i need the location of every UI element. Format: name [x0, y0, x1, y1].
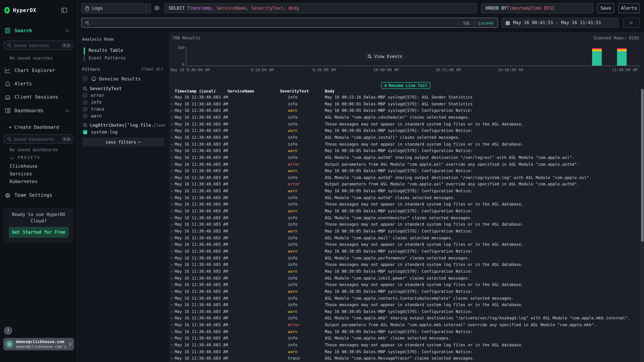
row-expand-icon[interactable]: > [171, 275, 173, 282]
table-row[interactable]: >May 16 11:38:40.683 AMinfoMay 16 00:06:… [169, 101, 641, 107]
row-expand-icon[interactable]: > [171, 268, 173, 275]
row-expand-icon[interactable]: > [171, 114, 173, 121]
row-expand-icon[interactable]: > [171, 195, 173, 201]
table-row[interactable]: >May 16 11:38:40.683 AMinfoThose message… [169, 262, 641, 268]
row-expand-icon[interactable]: > [171, 168, 173, 174]
sidebar-item-search[interactable]: Search [14, 28, 32, 33]
table-row[interactable]: >May 16 11:38:40.683 AMinfoASL Module "c… [169, 154, 641, 161]
clear-group-button[interactable]: Clear [154, 123, 166, 127]
search-query-input[interactable]: * SQL | Lucene [81, 18, 498, 28]
table-row[interactable]: >May 16 11:38:40.683 AMinfoThose message… [169, 221, 641, 228]
table-row[interactable]: >May 16 11:38:40.683 AMwarnMay 16 00:30:… [169, 168, 641, 174]
sidebar-item-chart-explorer[interactable]: Chart Explorer [14, 67, 55, 73]
column-header-body[interactable]: Body [325, 89, 334, 93]
filter-option-warn[interactable]: warn [91, 113, 102, 119]
table-row[interactable]: >May 16 11:38:40.683 AMwarnMay 16 00:30:… [169, 228, 641, 235]
table-row[interactable]: >May 16 11:38:40.683 AMwarnMay 16 00:30:… [169, 188, 641, 195]
row-expand-icon[interactable]: > [171, 322, 173, 329]
filter-option-trace[interactable]: trace [91, 107, 104, 112]
row-expand-icon[interactable]: > [171, 295, 173, 302]
save-button[interactable]: Save [597, 3, 614, 13]
chevron-down-icon[interactable] [10, 156, 14, 160]
table-row[interactable]: >May 16 11:38:40.683 AMinfoASL Module "c… [169, 195, 641, 201]
resume-live-tail-button[interactable]: Resume Live Tail [381, 82, 430, 89]
table-row[interactable]: >May 16 11:38:40.683 AMwarnMay 16 00:30:… [169, 329, 641, 335]
table-row[interactable]: >May 16 11:38:40.683 AMwarnMay 16 00:30:… [169, 208, 641, 215]
run-query-button[interactable]: ▷ [623, 18, 640, 28]
histogram-bar[interactable] [592, 48, 602, 65]
column-separator[interactable]: ⋮ [275, 89, 278, 93]
row-expand-icon[interactable]: > [171, 128, 173, 134]
order-by-editor[interactable]: ORDER BY TimestampTime DESC [481, 3, 593, 13]
filter-checkbox-warn[interactable] [83, 114, 87, 118]
table-row[interactable]: >May 16 11:38:40.683 AMwarnMay 16 00:30:… [169, 148, 641, 154]
table-row[interactable]: >May 16 11:38:40.683 AMinfoThose message… [169, 201, 641, 208]
table-row[interactable]: >May 16 11:38:40.683 AMerrorOutput param… [169, 181, 641, 188]
table-row[interactable]: >May 16 11:38:40.683 AMinfoThose message… [169, 242, 641, 248]
table-row[interactable]: >May 16 11:38:40.683 AMinfoASL Module "c… [169, 275, 641, 282]
row-expand-icon[interactable]: > [171, 255, 173, 262]
row-expand-icon[interactable]: > [171, 262, 173, 268]
table-row[interactable]: >May 16 11:38:40.683 AMwarnMay 16 00:30:… [169, 268, 641, 275]
table-row[interactable]: >May 16 11:38:40.683 AMtraceASL Module "… [169, 355, 641, 362]
sidebar-item-team-settings[interactable]: Team Settings [14, 192, 52, 198]
row-expand-icon[interactable]: > [171, 94, 173, 101]
row-expand-icon[interactable]: > [171, 308, 173, 315]
histogram-bar[interactable] [617, 48, 627, 65]
table-row[interactable]: >May 16 11:38:40.683 AMwarnMay 16 00:30:… [169, 248, 641, 255]
row-expand-icon[interactable]: > [171, 161, 173, 168]
table-row[interactable]: >May 16 11:38:40.683 AMinfoThose message… [169, 121, 641, 128]
mode-results-table[interactable]: Results Table [88, 48, 123, 53]
sidebar-collapse-icon[interactable] [61, 8, 67, 13]
filter-checkbox-trace[interactable] [83, 107, 87, 111]
preset-services[interactable]: Services [10, 171, 32, 177]
table-row[interactable]: >May 16 11:38:40.683 AMinfoASL Module "c… [169, 114, 641, 121]
column-header-servicename[interactable]: ServiceName [228, 89, 254, 93]
filter-group-severitytext[interactable]: SeverityText [90, 86, 122, 91]
row-expand-icon[interactable]: > [171, 355, 173, 362]
row-expand-icon[interactable]: > [171, 215, 173, 221]
presets-header[interactable]: PRESETS [18, 155, 40, 160]
filter-checkbox-info[interactable] [83, 100, 87, 105]
chevron-up-icon[interactable] [66, 30, 70, 34]
row-expand-icon[interactable]: > [171, 208, 173, 215]
column-separator[interactable]: ⋮ [222, 89, 226, 93]
table-row[interactable]: >May 16 11:38:40.683 AMinfoThose message… [169, 282, 641, 288]
table-row[interactable]: >May 16 11:38:40.683 AMinfoASL Module "c… [169, 315, 641, 322]
table-row[interactable]: >May 16 11:38:40.683 AMinfoASL Module "c… [169, 255, 641, 262]
table-row[interactable]: >May 16 11:38:40.683 AMinfoASL Module "c… [169, 295, 641, 302]
table-row[interactable]: >May 16 11:38:40.683 AMwarnMay 16 00:30:… [169, 107, 641, 114]
row-expand-icon[interactable]: > [171, 154, 173, 161]
alerts-button[interactable]: Alerts [618, 3, 640, 13]
language-toggle[interactable]: SQL | Lucene [463, 20, 494, 25]
row-expand-icon[interactable]: > [171, 188, 173, 195]
row-expand-icon[interactable]: > [171, 101, 173, 107]
row-expand-icon[interactable]: > [171, 329, 173, 335]
table-row[interactable]: >May 16 11:38:40.683 AMinfoASL Module "c… [169, 174, 641, 181]
row-expand-icon[interactable]: > [171, 221, 173, 228]
sql-select-editor[interactable]: SELECT Timestamp, ServiceName, SeverityT… [164, 3, 477, 13]
row-expand-icon[interactable]: > [171, 242, 173, 248]
row-expand-icon[interactable]: > [171, 174, 173, 181]
filter-checkbox-systemlog[interactable] [83, 130, 87, 134]
clear-all-button[interactable]: Clear all [142, 67, 164, 71]
column-header-severitytext[interactable]: SeverityText [280, 89, 309, 93]
row-expand-icon[interactable]: > [171, 342, 173, 349]
row-expand-icon[interactable]: > [171, 235, 173, 242]
preset-kubernetes[interactable]: Kubernetes [10, 179, 38, 184]
filter-option-systemlog[interactable]: system.log [91, 129, 118, 135]
table-row[interactable]: >May 16 11:38:40.683 AMinfoThose message… [169, 302, 641, 308]
less-filters-button[interactable]: Less filters [82, 138, 164, 146]
kebab-menu-icon[interactable]: ⋮ [635, 89, 638, 93]
row-expand-icon[interactable]: > [171, 228, 173, 235]
create-dashboard-button[interactable]: + Create Dashboard [9, 124, 59, 130]
gear-icon[interactable] [154, 5, 160, 11]
row-expand-icon[interactable]: > [171, 302, 173, 308]
row-expand-icon[interactable]: > [171, 201, 173, 208]
row-expand-icon[interactable]: > [171, 148, 173, 154]
mode-event-patterns[interactable]: Event Patterns [88, 55, 126, 61]
table-row[interactable]: >May 16 11:38:40.683 AMinfoASL Module "c… [169, 235, 641, 242]
chevron-up-icon[interactable] [66, 110, 70, 114]
row-expand-icon[interactable]: > [171, 315, 173, 322]
table-row[interactable]: >May 16 11:38:40.683 AMwarnMay 16 00:30:… [169, 349, 641, 355]
